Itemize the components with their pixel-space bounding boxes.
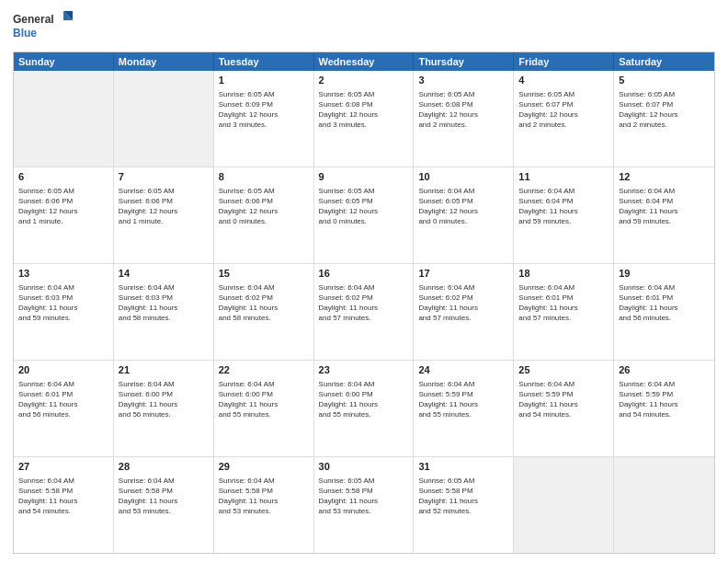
cell-info: Sunrise: 6:04 AMSunset: 5:58 PMDaylight:…: [219, 476, 309, 517]
calendar-row-4: 20Sunrise: 6:04 AMSunset: 6:01 PMDayligh…: [14, 361, 714, 457]
day-number: 22: [219, 363, 309, 377]
logo: General Blue: [13, 9, 77, 44]
cell-info: Sunrise: 6:04 AMSunset: 6:02 PMDaylight:…: [418, 282, 508, 324]
calendar-cell: 27Sunrise: 6:04 AMSunset: 5:58 PMDayligh…: [14, 457, 114, 553]
day-number: 10: [418, 170, 508, 184]
day-number: 23: [319, 363, 409, 377]
calendar-cell: 19Sunrise: 6:04 AMSunset: 6:01 PMDayligh…: [614, 264, 714, 360]
cell-info: Sunrise: 6:04 AMSunset: 6:03 PMDaylight:…: [18, 282, 108, 324]
header-day-friday: Friday: [514, 52, 614, 71]
day-number: 11: [518, 170, 609, 184]
header-day-thursday: Thursday: [414, 52, 514, 71]
cell-info: Sunrise: 6:05 AMSunset: 6:06 PMDaylight:…: [119, 186, 209, 227]
calendar-row-1: 1Sunrise: 6:05 AMSunset: 6:09 PMDaylight…: [14, 71, 714, 167]
calendar-cell: [614, 457, 714, 553]
calendar-cell: 22Sunrise: 6:04 AMSunset: 6:00 PMDayligh…: [214, 361, 314, 456]
day-number: 7: [119, 170, 209, 184]
page: General Blue SundayMondayTuesdayWednesda…: [0, 0, 728, 563]
cell-info: Sunrise: 6:04 AMSunset: 6:01 PMDaylight:…: [619, 282, 710, 324]
cell-info: Sunrise: 6:05 AMSunset: 5:58 PMDaylight:…: [418, 476, 508, 517]
day-number: 14: [119, 267, 209, 281]
cell-info: Sunrise: 6:05 AMSunset: 6:09 PMDaylight:…: [219, 89, 309, 131]
day-number: 25: [518, 363, 609, 377]
calendar-cell: 21Sunrise: 6:04 AMSunset: 6:00 PMDayligh…: [114, 361, 214, 456]
day-number: 3: [418, 74, 508, 87]
cell-info: Sunrise: 6:04 AMSunset: 6:00 PMDaylight:…: [319, 379, 409, 420]
day-number: 2: [319, 74, 409, 87]
header-day-sunday: Sunday: [14, 52, 114, 71]
calendar-cell: 4Sunrise: 6:05 AMSunset: 6:07 PMDaylight…: [514, 71, 614, 167]
cell-info: Sunrise: 6:05 AMSunset: 6:06 PMDaylight:…: [219, 186, 309, 227]
cell-info: Sunrise: 6:04 AMSunset: 6:02 PMDaylight:…: [219, 282, 309, 324]
cell-info: Sunrise: 6:04 AMSunset: 6:04 PMDaylight:…: [518, 186, 609, 227]
cell-info: Sunrise: 6:04 AMSunset: 6:04 PMDaylight:…: [619, 186, 710, 227]
cell-info: Sunrise: 6:04 AMSunset: 5:59 PMDaylight:…: [518, 379, 609, 420]
calendar-cell: 5Sunrise: 6:05 AMSunset: 6:07 PMDaylight…: [614, 71, 714, 167]
calendar-header: SundayMondayTuesdayWednesdayThursdayFrid…: [14, 52, 714, 71]
day-number: 9: [319, 170, 409, 184]
calendar-cell: [14, 71, 114, 167]
cell-info: Sunrise: 6:04 AMSunset: 6:03 PMDaylight:…: [119, 282, 209, 324]
cell-info: Sunrise: 6:04 AMSunset: 5:58 PMDaylight:…: [18, 476, 108, 517]
cell-info: Sunrise: 6:05 AMSunset: 6:07 PMDaylight:…: [619, 89, 710, 131]
day-number: 17: [418, 267, 508, 281]
calendar: SundayMondayTuesdayWednesdayThursdayFrid…: [13, 52, 715, 554]
day-number: 24: [418, 363, 508, 377]
day-number: 27: [18, 460, 108, 474]
day-number: 26: [619, 363, 710, 377]
calendar-cell: 8Sunrise: 6:05 AMSunset: 6:06 PMDaylight…: [214, 167, 314, 263]
calendar-cell: 29Sunrise: 6:04 AMSunset: 5:58 PMDayligh…: [214, 457, 314, 553]
calendar-cell: 30Sunrise: 6:05 AMSunset: 5:58 PMDayligh…: [314, 457, 415, 553]
day-number: 20: [18, 363, 108, 377]
calendar-cell: 20Sunrise: 6:04 AMSunset: 6:01 PMDayligh…: [14, 361, 114, 456]
cell-info: Sunrise: 6:05 AMSunset: 5:58 PMDaylight:…: [319, 476, 409, 517]
calendar-cell: 7Sunrise: 6:05 AMSunset: 6:06 PMDaylight…: [114, 167, 214, 263]
day-number: 6: [18, 170, 108, 184]
cell-info: Sunrise: 6:04 AMSunset: 6:01 PMDaylight:…: [518, 282, 609, 324]
day-number: 4: [518, 74, 609, 87]
day-number: 5: [619, 74, 710, 87]
day-number: 8: [219, 170, 309, 184]
calendar-cell: [514, 457, 614, 553]
calendar-body: 1Sunrise: 6:05 AMSunset: 6:09 PMDaylight…: [14, 71, 714, 553]
calendar-cell: 31Sunrise: 6:05 AMSunset: 5:58 PMDayligh…: [414, 457, 514, 553]
calendar-cell: 15Sunrise: 6:04 AMSunset: 6:02 PMDayligh…: [214, 264, 314, 360]
header-day-wednesday: Wednesday: [314, 52, 415, 71]
calendar-cell: 2Sunrise: 6:05 AMSunset: 6:08 PMDaylight…: [314, 71, 415, 167]
cell-info: Sunrise: 6:04 AMSunset: 5:59 PMDaylight:…: [418, 379, 508, 420]
svg-text:Blue: Blue: [13, 27, 37, 40]
cell-info: Sunrise: 6:05 AMSunset: 6:08 PMDaylight:…: [418, 89, 508, 131]
cell-info: Sunrise: 6:04 AMSunset: 6:05 PMDaylight:…: [418, 186, 508, 227]
calendar-cell: 28Sunrise: 6:04 AMSunset: 5:58 PMDayligh…: [114, 457, 214, 553]
cell-info: Sunrise: 6:04 AMSunset: 6:00 PMDaylight:…: [219, 379, 309, 420]
header-day-saturday: Saturday: [614, 52, 714, 71]
calendar-cell: 12Sunrise: 6:04 AMSunset: 6:04 PMDayligh…: [614, 167, 714, 263]
header-day-tuesday: Tuesday: [214, 52, 314, 71]
day-number: 12: [619, 170, 710, 184]
calendar-cell: [114, 71, 214, 167]
calendar-cell: 17Sunrise: 6:04 AMSunset: 6:02 PMDayligh…: [414, 264, 514, 360]
cell-info: Sunrise: 6:05 AMSunset: 6:08 PMDaylight:…: [319, 89, 409, 131]
calendar-cell: 16Sunrise: 6:04 AMSunset: 6:02 PMDayligh…: [314, 264, 415, 360]
calendar-cell: 11Sunrise: 6:04 AMSunset: 6:04 PMDayligh…: [514, 167, 614, 263]
day-number: 29: [219, 460, 309, 474]
cell-info: Sunrise: 6:05 AMSunset: 6:05 PMDaylight:…: [319, 186, 409, 227]
calendar-cell: 3Sunrise: 6:05 AMSunset: 6:08 PMDaylight…: [414, 71, 514, 167]
calendar-cell: 24Sunrise: 6:04 AMSunset: 5:59 PMDayligh…: [414, 361, 514, 456]
header-day-monday: Monday: [114, 52, 214, 71]
calendar-cell: 9Sunrise: 6:05 AMSunset: 6:05 PMDaylight…: [314, 167, 415, 263]
svg-text:General: General: [13, 13, 54, 26]
day-number: 15: [219, 267, 309, 281]
calendar-cell: 13Sunrise: 6:04 AMSunset: 6:03 PMDayligh…: [14, 264, 114, 360]
calendar-cell: 23Sunrise: 6:04 AMSunset: 6:00 PMDayligh…: [314, 361, 415, 456]
day-number: 28: [119, 460, 209, 474]
calendar-cell: 1Sunrise: 6:05 AMSunset: 6:09 PMDaylight…: [214, 71, 314, 167]
calendar-row-3: 13Sunrise: 6:04 AMSunset: 6:03 PMDayligh…: [14, 264, 714, 361]
calendar-cell: 18Sunrise: 6:04 AMSunset: 6:01 PMDayligh…: [514, 264, 614, 360]
cell-info: Sunrise: 6:04 AMSunset: 6:02 PMDaylight:…: [319, 282, 409, 324]
day-number: 30: [319, 460, 409, 474]
day-number: 1: [219, 74, 309, 87]
cell-info: Sunrise: 6:04 AMSunset: 5:58 PMDaylight:…: [119, 476, 209, 517]
calendar-cell: 6Sunrise: 6:05 AMSunset: 6:06 PMDaylight…: [14, 167, 114, 263]
cell-info: Sunrise: 6:05 AMSunset: 6:07 PMDaylight:…: [518, 89, 609, 131]
